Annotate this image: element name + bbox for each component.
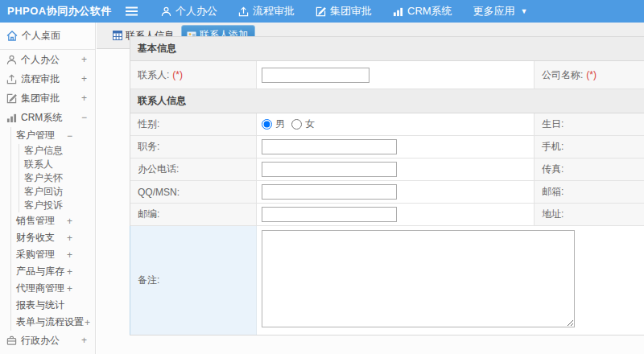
user-icon [6,55,17,65]
crm-submenu: 客户管理 − 客户信息 联系人 客户关怀 客户回访 客户投诉 销售管理 + 财务… [10,127,95,331]
remark-label: 备注: [130,226,257,335]
contact-name-input[interactable] [262,68,369,83]
sidebar-item-customer-care[interactable]: 客户关怀 [19,171,95,185]
nav-label: 个人办公 [175,4,217,19]
sidebar-item-label: 客户管理 [16,129,55,142]
nav-label: 更多应用 [473,4,515,19]
sidebar-item-label: 表单与流程设置 [16,315,84,329]
sidebar-item-label: 流程审批 [21,72,60,86]
table-grid-icon [113,31,122,40]
bar-chart-icon [393,6,403,17]
sidebar-menu: 个人桌面 个人办公 + 流程审批 + 集团审批 + [0,23,96,354]
nav-workflow-approval[interactable]: 流程审批 [238,4,295,19]
home-icon [6,31,18,41]
section-header-contact-detail: 联系人信息 [130,89,644,113]
nav-more-apps[interactable]: 更多应用 ▼ [473,4,528,19]
job-input[interactable] [262,139,397,154]
sidebar-item-label: 客户信息 [24,144,63,158]
sidebar-item-agent-management[interactable]: 代理商管理 + [11,280,95,297]
sidebar-item-product-inventory[interactable]: 产品与库存 + [11,263,95,280]
sidebar-item-label: CRM系统 [21,111,62,125]
chevron-down-icon: ▼ [521,7,528,15]
gender-female-radio[interactable] [291,119,302,130]
sidebar-item-personal-desktop[interactable]: 个人桌面 [0,23,95,50]
expand-plus-icon[interactable]: + [81,335,87,346]
nav-group-approval[interactable]: 集团审批 [316,4,372,19]
required-marker: (*) [586,69,597,80]
sidebar-item-reports-statistics[interactable]: 报表与统计 [11,297,95,314]
nav-personal-office[interactable]: 个人办公 [161,4,217,19]
customer-submenu: 客户信息 联系人 客户关怀 客户回访 客户投诉 [19,144,95,212]
sidebar-item-customer-info[interactable]: 客户信息 [19,144,95,158]
birthday-label: 生日: [535,113,644,135]
nav-label: CRM系统 [407,4,452,19]
phpoa-app: PHPOA协同办公软件 个人办公 流程审批 集团审批 CRM系统 更多应用 [0,0,644,354]
sidebar-item-form-workflow-settings[interactable]: 表单与流程设置 + [11,314,95,331]
sidebar-item-label: 个人办公 [21,53,60,67]
email-label: 邮箱: [535,181,644,203]
contact-name-label: 联系人: (*) [130,61,257,88]
sidebar-item-workflow-approval[interactable]: 流程审批 + [0,69,95,88]
contact-add-form: 基本信息 联系人: (*) 公司名称: (*) 联系人信息 性别: [130,36,644,335]
sidebar-item-label: 采购管理 [16,248,55,261]
sidebar-item-group-approval[interactable]: 集团审批 + [0,88,95,108]
qq-msn-label: QQ/MSN: [130,181,257,203]
expand-plus-icon[interactable]: + [85,317,90,328]
sidebar-item-customer-management[interactable]: 客户管理 − [11,127,95,144]
sidebar-item-administration[interactable]: 行政办公 + [0,331,95,350]
office-phone-input[interactable] [262,162,397,177]
sidebar-item-personal-office[interactable]: 个人办公 + [0,50,95,69]
sidebar-item-label: 联系人 [24,158,53,171]
sidebar-item-customer-complaint[interactable]: 客户投诉 [19,199,95,212]
form-row-remark: 备注: [130,226,644,335]
user-icon [161,6,171,17]
sidebar-item-label: 个人桌面 [22,29,60,43]
sidebar-item-label: 代理商管理 [16,282,64,295]
address-label: 地址: [535,204,644,225]
nav-crm-system[interactable]: CRM系统 [393,4,452,19]
expand-plus-icon[interactable]: + [67,249,72,261]
expand-plus-icon[interactable]: + [67,283,72,294]
expand-plus-icon[interactable]: + [81,54,87,65]
job-label: 职务: [130,136,257,158]
sidebar-item-label: 报表与统计 [16,298,64,312]
briefcase-icon [6,335,17,346]
edit-icon [316,6,326,17]
hamburger-icon [126,6,138,16]
sidebar-item-contacts[interactable]: 联系人 [19,158,95,171]
gender-male-label[interactable]: 男 [275,117,285,131]
expand-plus-icon[interactable]: + [81,93,87,104]
sidebar-item-label: 客户关怀 [24,171,63,185]
collapse-minus-icon[interactable]: − [67,130,72,142]
sidebar-item-label: 产品与库存 [16,265,64,278]
form-row-job: 职务: 手机: [130,136,644,158]
sidebar-item-label: 财务收支 [16,231,55,245]
collapse-minus-icon[interactable]: − [81,112,87,123]
app-logo: PHPOA协同办公软件 [0,4,119,19]
gender-female-label[interactable]: 女 [305,117,315,131]
form-row-contact-name: 联系人: (*) 公司名称: (*) [130,61,644,89]
sidebar-item-customer-return-visit[interactable]: 客户回访 [19,185,95,199]
zip-input[interactable] [262,207,397,222]
edit-icon [6,93,17,104]
sidebar-item-finance[interactable]: 财务收支 + [11,229,95,246]
company-name-label: 公司名称: (*) [535,61,644,88]
qq-msn-input[interactable] [262,184,397,200]
hamburger-menu-button[interactable] [119,6,143,16]
gender-male-radio[interactable] [262,119,272,130]
main-content-area: 联系人信息 联系人添加 基本信息 联系人: (*) 公司名称: (*) [97,23,644,354]
gender-label: 性别: [130,113,257,135]
expand-plus-icon[interactable]: + [67,233,72,244]
fax-label: 传真: [535,158,644,180]
sidebar-item-purchase-management[interactable]: 采购管理 + [11,246,95,263]
top-navigation: 个人办公 流程审批 集团审批 CRM系统 更多应用 ▼ [161,4,528,19]
required-marker: (*) [172,69,183,80]
sidebar-item-label: 客户投诉 [24,199,63,212]
expand-plus-icon[interactable]: + [67,216,72,227]
expand-plus-icon[interactable]: + [67,266,72,278]
remark-textarea[interactable] [262,230,575,327]
top-header-bar: PHPOA协同办公软件 个人办公 流程审批 集团审批 CRM系统 更多应用 [0,0,644,23]
sidebar-item-crm-system[interactable]: CRM系统 − [0,108,95,127]
sidebar-item-sales-management[interactable]: 销售管理 + [11,212,95,229]
expand-plus-icon[interactable]: + [81,73,87,84]
